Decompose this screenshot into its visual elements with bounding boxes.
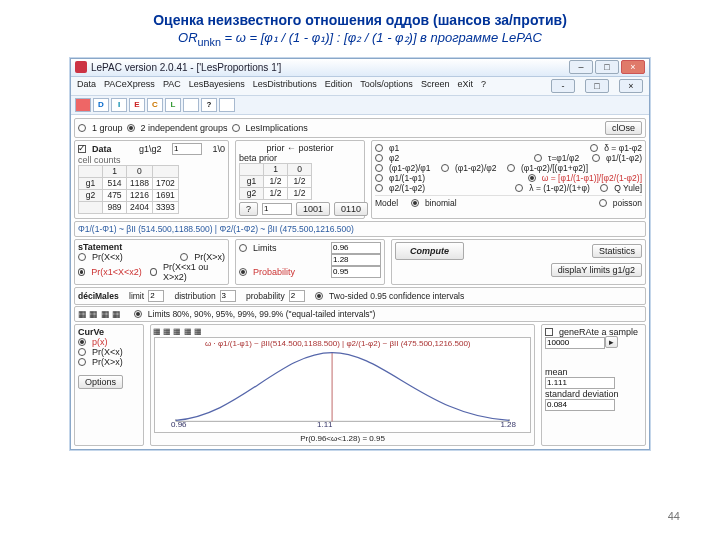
limit-2[interactable] (331, 254, 381, 266)
radio-1group[interactable] (78, 124, 86, 132)
display-button[interactable]: displaY limits g1/g2 (551, 263, 642, 277)
prior-n2[interactable]: 0110 (334, 202, 368, 216)
menu-data[interactable]: Data (77, 79, 96, 93)
radio-px[interactable] (78, 338, 86, 346)
radio-binomial[interactable] (411, 199, 419, 207)
statistics-button[interactable]: Statistics (592, 244, 642, 258)
radio-prx1x2[interactable] (78, 268, 85, 276)
prior-panel: prior ← posterior beta prior 10 g11/21/2… (235, 140, 365, 219)
cell-table: 10 g151411881702 g247512161691 989240433… (78, 165, 179, 214)
tool-home[interactable] (75, 98, 91, 112)
decimales-panel: déciMales limit distribution probability… (74, 287, 646, 305)
menu-pacex[interactable]: PACeXpress (104, 79, 155, 93)
limits-list-panel: ▦ ▦ ▦ ▦ Limits 80%, 90%, 95%, 99%, 99.9%… (74, 306, 646, 322)
close-panel-button[interactable]: clOse (605, 121, 642, 135)
compute-panel: Compute Statistics displaY limits g1/g2 (391, 239, 646, 285)
gen-go[interactable]: ▸ (605, 336, 618, 348)
menu-screen[interactable]: Screen (421, 79, 450, 93)
radio-prob[interactable] (239, 268, 247, 276)
menu-dist[interactable]: LesDistributions (253, 79, 317, 93)
tool-d[interactable]: D (93, 98, 109, 112)
app-icon (75, 61, 87, 73)
tool-c[interactable]: C (147, 98, 163, 112)
prior-q[interactable]: ? (239, 202, 258, 216)
close-button[interactable]: × (621, 60, 645, 74)
prior-n1[interactable]: 1001 (296, 202, 330, 216)
mdi-min[interactable]: - (551, 79, 575, 93)
menu-tools[interactable]: Tools/options (360, 79, 413, 93)
radio-poisson[interactable] (599, 199, 607, 207)
mdi-max[interactable]: □ (585, 79, 609, 93)
prob-input[interactable] (331, 266, 381, 278)
limit-1[interactable] (331, 242, 381, 254)
data-panel: Data g1\g2 1\0 cell counts 10 g151411881… (74, 140, 229, 219)
tool-7[interactable]: ? (201, 98, 217, 112)
titlebar: LePAC version 2.0.41 - ['LesProportions … (71, 59, 649, 77)
max-button[interactable]: □ (595, 60, 619, 74)
radio-implications[interactable] (232, 124, 240, 132)
formula-line: Φ1/(1-Φ1) ~ βII (514.500,1188.500) | Φ2/… (74, 221, 646, 237)
menu-help[interactable]: ? (481, 79, 486, 93)
tool-l[interactable]: L (165, 98, 181, 112)
prior-one[interactable] (262, 203, 292, 215)
window-title: LePAC version 2.0.41 - ['LesProportions … (91, 62, 567, 73)
curve-panel: CurVe p(x) Pr(X<x) Pr(X>x) Options (74, 324, 144, 446)
statement-panel: sTatement Pr(X<x) Pr(X>x) Pr(x1<X<x2) Pr… (74, 239, 229, 285)
gen-n[interactable] (545, 337, 605, 349)
options-button[interactable]: Options (78, 375, 123, 389)
plot-panel: ▦ ▦ ▦ ▦ ▦ ω · φ1/(1-φ1) ~ βII(514.500,11… (150, 324, 535, 446)
mean-out (545, 377, 615, 389)
menu-edit[interactable]: Edition (325, 79, 353, 93)
sd-out (545, 399, 615, 411)
params-panel: φ1 δ = φ1-φ2 φ2 τ=φ1/φ2 φ1/(1-φ2) (φ1-φ2… (371, 140, 646, 219)
limits-panel: Limits Probability (235, 239, 385, 285)
min-button[interactable]: – (569, 60, 593, 74)
groups-panel: 1 group 2 independent groups LesImplicat… (74, 118, 646, 138)
radio-omega[interactable] (528, 174, 536, 182)
page-number: 44 (668, 510, 680, 522)
mdi-close[interactable]: × (619, 79, 643, 93)
radio-2groups[interactable] (127, 124, 135, 132)
menu-exit[interactable]: eXit (457, 79, 473, 93)
tool-6[interactable] (183, 98, 199, 112)
generate-panel: geneRAte a sample ▸ mean standard deviat… (541, 324, 646, 446)
tool-i[interactable]: I (111, 98, 127, 112)
deci-limit[interactable] (148, 290, 164, 302)
menu-pac[interactable]: PAC (163, 79, 181, 93)
tool-8[interactable] (219, 98, 235, 112)
menubar: Data PACeXpress PAC LesBayesiens LesDist… (71, 77, 649, 96)
density-plot: ω · φ1/(1-φ1) ~ βII(514.500,1188.500) | … (154, 337, 531, 433)
app-window: LePAC version 2.0.41 - ['LesProportions … (70, 58, 650, 450)
slide-title: Оценка неизвестного отношения оддов (шан… (30, 12, 690, 28)
data-check[interactable] (78, 145, 86, 153)
slide-formula: ORunkn = ω = [φ₁ / (1 - φ₁)] : [φ₂ / (1 … (30, 30, 690, 48)
toolbar: D I E C L ? (71, 96, 649, 115)
tool-e[interactable]: E (129, 98, 145, 112)
menu-bayes[interactable]: LesBayesiens (189, 79, 245, 93)
compute-button[interactable]: Compute (395, 242, 464, 260)
g1g2-a[interactable] (172, 143, 202, 155)
